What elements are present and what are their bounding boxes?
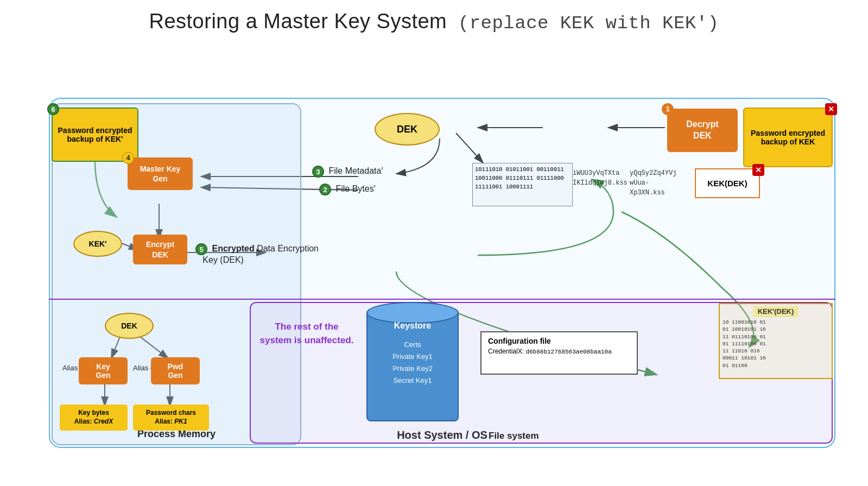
encrypt-dek-label: EncryptDEK (146, 239, 174, 259)
key-gen-label: KeyGen (96, 362, 110, 380)
credential-x-label: CredentialX: d6b88b12768563ae08baa10a (488, 348, 630, 355)
dek-oval-top: DEK (375, 113, 440, 146)
file-metadata-label: File Metadata′ (328, 166, 383, 175)
password-chars-label: Password charsAlias: PK1 (146, 409, 196, 426)
num-4: 4 (122, 152, 134, 164)
main-title: Restoring a Master Key System (replace K… (0, 0, 868, 39)
pwd-gen-label: PwdGen (168, 362, 183, 380)
kek-prime-oval: KEK′ (73, 231, 122, 257)
x-mark-kek: ✕ (825, 103, 837, 115)
enc-file-1: iWUU3yVqTXtaIKIldqlwj8.kss (573, 168, 628, 188)
master-key-gen-label: Master KeyGen (140, 164, 181, 184)
rest-of-system-text: The rest of the system is unaffected. (258, 320, 356, 347)
enc-file-2-text: yQqSy2Zq4YVjwUua-Xp3XN.kss (630, 169, 676, 197)
decrypt-dek-label: DecryptDEK (686, 119, 719, 142)
password-backup-kek-box: ✕ Password encrypted backup of KEK (743, 108, 833, 167)
master-key-gen-box: 4 Master KeyGen (128, 157, 193, 190)
num-6: 6 (47, 103, 59, 115)
dek-oval-bottom-label: DEK (121, 321, 137, 330)
encrypt-dek-box: EncryptDEK (133, 235, 187, 264)
binary-text-1: 10111010 01011001 00110011 10011000 0111… (475, 166, 564, 190)
diagram-area: Host System / OS Process Memory 6 Passwo… (16, 43, 852, 475)
title-main: Restoring a Master Key System (149, 10, 447, 33)
x-mark-kek-dek: ✕ (752, 164, 764, 176)
binary-data-1: 10111010 01011001 00110011 10011000 0111… (472, 163, 573, 206)
enc-file-1-text: iWUU3yVqTXtaIKIldqlwj8.kss (573, 169, 628, 187)
step2-label: 2 File Bytes′ (319, 184, 376, 195)
decrypt-dek-box: 1 DecryptDEK (667, 109, 738, 152)
enc-file-2: yQqSy2Zq4YVjwUua-Xp3XN.kss (630, 168, 676, 198)
cylinder-top (366, 302, 459, 324)
encrypted-dek-label: Encrypted Data Encryption Key (DEK) (195, 244, 319, 264)
dek-oval-bottom: DEK (105, 313, 154, 339)
rest-system-label: The rest of the system is unaffected. (260, 321, 354, 345)
kek-dek-box: ✕ KEK(DEK) (695, 168, 760, 198)
password-backup-kek-prime-label: Password encrypted backup of KEK′ (56, 126, 134, 143)
keystore-items: CertsPrivate Key1Private Key2Secret Key1 (366, 339, 459, 387)
keystore-label: Keystore (366, 321, 459, 331)
config-file-box: Configuration file CredentialX: d6b88b12… (480, 331, 638, 375)
filesystem-label: File system (489, 431, 539, 441)
password-chars-box: Password charsAlias: PK1 (133, 405, 209, 431)
kek-prime-dek-binary: 10 11001010 01 01 10010101 10 11 0111010… (723, 319, 829, 369)
pwd-gen-box: PwdGen (151, 357, 200, 384)
title-subtitle: (replace KEK with KEK′) (453, 12, 719, 32)
kek-prime-dek-box: KEK′(DEK) 10 11001010 01 01 10010101 10 … (719, 303, 833, 379)
step5-label: 5 Encrypted Data Encryption Key (DEK) (195, 243, 319, 265)
num-1: 1 (662, 103, 674, 115)
kek-prime-label: KEK′ (89, 239, 107, 248)
num-5: 5 (195, 243, 207, 255)
key-gen-box: KeyGen (79, 357, 128, 384)
num-2: 2 (319, 184, 331, 195)
keystore-cylinder: Keystore CertsPrivate Key1Private Key2Se… (366, 302, 459, 421)
config-file-label: Configuration file (488, 337, 630, 345)
kek-prime-dek-label: KEK′(DEK) (753, 306, 799, 317)
purple-divider (49, 299, 835, 300)
password-backup-kek-label: Password encrypted backup of KEK (747, 129, 828, 146)
dek-oval-top-label: DEK (397, 124, 417, 135)
filesystem-label-text: File system (489, 431, 539, 441)
file-bytes-label: File Bytes′ (335, 184, 375, 193)
step3-label: 3 File Metadata′ (312, 166, 383, 178)
num-3: 3 (312, 166, 324, 178)
key-bytes-label: Key bytesAlias: CredX (74, 409, 113, 426)
key-bytes-box: Key bytesAlias: CredX (60, 405, 128, 431)
kek-dek-label: KEK(DEK) (707, 179, 747, 188)
